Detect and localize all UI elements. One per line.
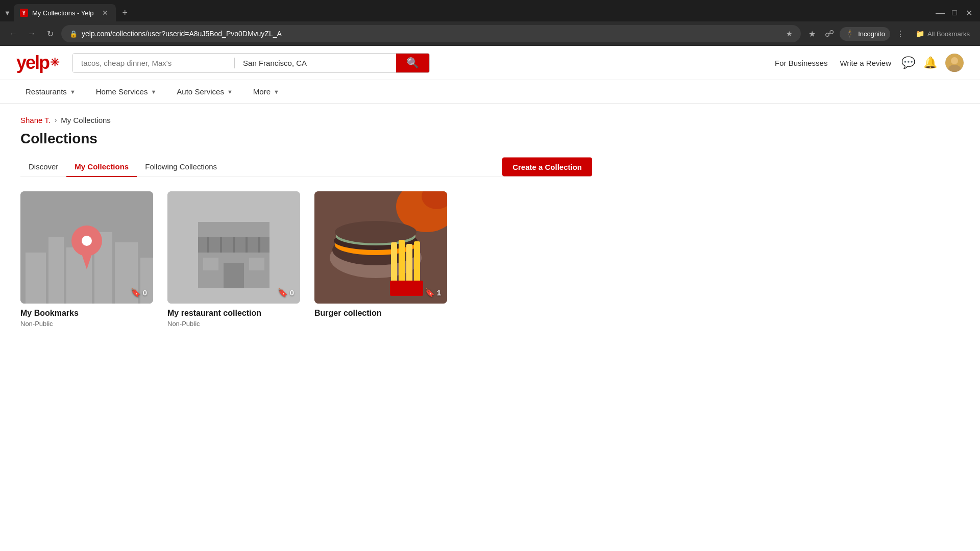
write-review-link[interactable]: Write a Review <box>840 59 891 67</box>
page-content: yelp ✳ 🔍 For Businesses Write a Review 💬… <box>0 46 980 515</box>
refresh-button[interactable]: ↻ <box>43 27 57 41</box>
collection-name-burger: Burger collection <box>314 309 447 318</box>
svg-rect-31 <box>399 240 405 283</box>
main-content: Shane T. › My Collections Collections Di… <box>0 104 612 340</box>
nav-restaurants-chevron: ▼ <box>70 89 76 95</box>
storefront-illustration <box>167 191 300 304</box>
browser-menu-button[interactable]: ⋮ <box>893 27 908 41</box>
tab-title: My Collections - Yelp <box>32 9 96 17</box>
svg-rect-32 <box>406 244 412 283</box>
breadcrumb-user-link[interactable]: Shane T. <box>20 116 51 124</box>
search-icon: 🔍 <box>406 57 419 69</box>
user-avatar-icon <box>945 54 964 72</box>
collection-card-burger[interactable]: 🔖 1 Burger collection <box>314 191 447 328</box>
svg-rect-20 <box>249 258 264 270</box>
page-title: Collections <box>20 131 592 147</box>
nav-item-home-services[interactable]: Home Services ▼ <box>87 80 166 103</box>
all-bookmarks-button[interactable]: 📁 All Bookmarks <box>912 28 974 40</box>
yelp-navigation: Restaurants ▼ Home Services ▼ Auto Servi… <box>0 80 980 104</box>
nav-auto-services-chevron: ▼ <box>227 89 233 95</box>
tab-group-arrow[interactable]: ▼ <box>4 9 11 17</box>
address-bar[interactable]: 🔒 yelp.com/collections/user?userid=A8uJ5… <box>61 25 801 42</box>
bookmark-icon-0: 🔖 <box>131 288 141 297</box>
nav-more-label: More <box>253 87 271 96</box>
yelp-burst-icon: ✳ <box>50 56 58 69</box>
bookmark-count-0: 🔖 0 <box>131 288 147 297</box>
tab-favicon: Y <box>20 9 28 17</box>
tab-my-collections[interactable]: My Collections <box>66 157 137 177</box>
nav-auto-services-label: Auto Services <box>177 87 224 96</box>
tab-close-button[interactable]: ✕ <box>101 8 110 17</box>
for-businesses-link[interactable]: For Businesses <box>775 59 827 67</box>
tab-discover[interactable]: Discover <box>20 157 66 177</box>
svg-rect-33 <box>414 241 420 283</box>
collection-name-bookmarks: My Bookmarks <box>20 309 153 318</box>
header-links: For Businesses Write a Review <box>775 59 891 67</box>
address-text: yelp.com/collections/user?userid=A8uJ5Bo… <box>82 30 782 38</box>
svg-point-1 <box>951 57 958 64</box>
browser-tab-active[interactable]: Y My Collections - Yelp ✕ <box>14 4 116 21</box>
collection-thumbnail-restaurant: 🔖 0 <box>167 191 300 304</box>
search-button[interactable]: 🔍 <box>396 54 429 72</box>
nav-more-chevron: ▼ <box>274 89 279 95</box>
bookmark-icon[interactable]: ★ <box>805 27 819 41</box>
search-what-input[interactable] <box>73 54 234 72</box>
incognito-indicator: 🕴 Incognito <box>840 27 890 41</box>
yelp-logo[interactable]: yelp ✳ <box>16 52 58 73</box>
user-avatar-button[interactable] <box>945 54 964 72</box>
breadcrumb-current: My Collections <box>61 116 111 124</box>
collection-visibility-bookmarks: Non-Public <box>20 320 153 328</box>
nav-item-more[interactable]: More ▼ <box>244 80 288 103</box>
breadcrumb: Shane T. › My Collections <box>20 116 592 124</box>
create-collection-button[interactable]: Create a Collection <box>502 158 592 177</box>
yelp-header: yelp ✳ 🔍 For Businesses Write a Review 💬… <box>0 46 980 80</box>
svg-rect-19 <box>203 258 218 270</box>
extensions-button[interactable]: ☍ <box>822 27 837 41</box>
svg-point-29 <box>335 221 416 243</box>
nav-home-services-chevron: ▼ <box>151 89 156 95</box>
nav-item-restaurants[interactable]: Restaurants ▼ <box>16 80 85 103</box>
collections-tabs: Discover My Collections Following Collec… <box>20 157 592 177</box>
breadcrumb-separator: › <box>55 116 57 124</box>
nav-restaurants-label: Restaurants <box>26 87 67 96</box>
burger-photo <box>314 191 447 304</box>
collection-visibility-restaurant: Non-Public <box>167 320 300 328</box>
new-tab-button[interactable]: + <box>118 6 132 20</box>
nav-home-services-label: Home Services <box>96 87 148 96</box>
collection-thumbnail-bookmarks: 🔖 0 <box>20 191 153 304</box>
notifications-icon[interactable]: 🔔 <box>923 56 937 69</box>
forward-button[interactable]: → <box>24 27 39 41</box>
close-window-button[interactable]: ✕ <box>962 6 976 20</box>
svg-rect-34 <box>390 281 423 296</box>
svg-rect-18 <box>224 263 244 288</box>
svg-rect-5 <box>48 237 64 304</box>
back-button[interactable]: ← <box>6 27 20 41</box>
collections-grid: 🔖 0 My Bookmarks Non-Public <box>20 191 592 328</box>
bookmark-icon-1: 🔖 <box>278 288 288 297</box>
collection-name-restaurant: My restaurant collection <box>167 309 300 318</box>
tab-following-collections[interactable]: Following Collections <box>137 157 225 177</box>
bookmark-icon-2: 🔖 <box>425 288 435 297</box>
browser-toolbar-actions: ★ ☍ 🕴 Incognito ⋮ <box>805 27 908 41</box>
bookmark-count-1: 🔖 0 <box>278 288 294 297</box>
messages-icon[interactable]: 💬 <box>901 56 915 69</box>
minimize-button[interactable]: — <box>933 6 947 20</box>
bookmark-count-2: 🔖 1 <box>425 288 441 297</box>
search-where-input[interactable] <box>235 54 396 72</box>
collection-thumbnail-burger: 🔖 1 <box>314 191 447 304</box>
collection-card-restaurant[interactable]: 🔖 0 My restaurant collection Non-Public <box>167 191 300 328</box>
search-form: 🔍 <box>72 53 430 73</box>
map-pin <box>71 226 102 269</box>
header-icons: 💬 🔔 <box>901 54 964 72</box>
browser-chrome: ▼ Y My Collections - Yelp ✕ + — □ ✕ ← → … <box>0 0 980 46</box>
svg-rect-4 <box>26 253 46 304</box>
collection-card-bookmarks[interactable]: 🔖 0 My Bookmarks Non-Public <box>20 191 153 328</box>
svg-rect-30 <box>391 242 397 283</box>
restore-button[interactable]: □ <box>947 6 962 20</box>
yelp-logo-text: yelp <box>16 52 49 73</box>
browser-tab-bar: ▼ Y My Collections - Yelp ✕ + — □ ✕ <box>0 0 980 21</box>
nav-item-auto-services[interactable]: Auto Services ▼ <box>167 80 241 103</box>
browser-toolbar: ← → ↻ 🔒 yelp.com/collections/user?userid… <box>0 21 980 46</box>
